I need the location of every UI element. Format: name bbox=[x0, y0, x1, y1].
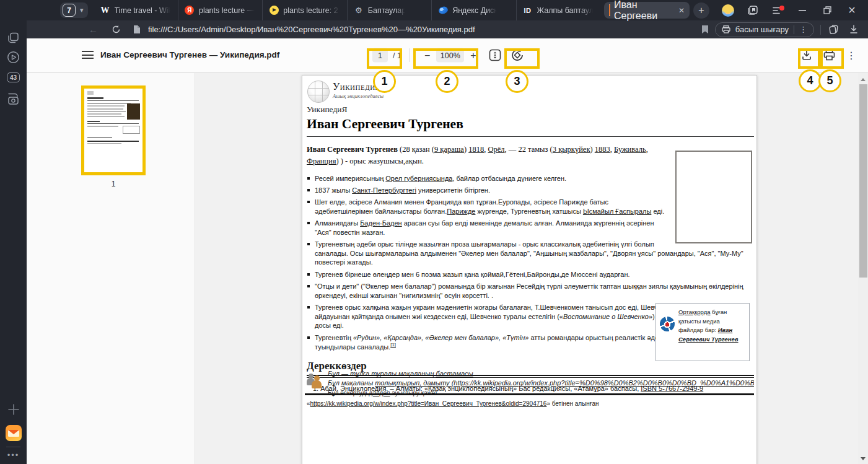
new-tab-button[interactable]: + bbox=[693, 2, 709, 19]
thumbnail-page-number[interactable]: 1 bbox=[81, 180, 146, 188]
profile-avatar[interactable] bbox=[716, 2, 740, 19]
tab-settings[interactable]: ⚙ Баптаулар bbox=[347, 0, 431, 20]
panels-button[interactable] bbox=[740, 2, 765, 19]
tab-count-sidebar-button[interactable]: 43 bbox=[0, 72, 27, 82]
commons-text: Ортаққорда бұған қатысты медиа файлдар б… bbox=[678, 308, 745, 357]
print-options-kebab-icon[interactable]: ⋮ bbox=[799, 25, 807, 34]
tab-label: plants lecture: 2 ть bbox=[283, 6, 340, 15]
list-item: Шет елде, әсіресе Алмания менен Францияд… bbox=[307, 198, 754, 216]
chevron-down-icon[interactable]: ▾ bbox=[78, 6, 85, 14]
pdf-file-icon bbox=[609, 5, 610, 16]
back-button[interactable]: ← bbox=[89, 24, 98, 35]
tab-label: Иван Сергееви bbox=[614, 0, 676, 22]
print-button[interactable]: басып шығару ⋮ bbox=[715, 22, 814, 37]
bookmark-button[interactable] bbox=[701, 25, 709, 34]
scrollbar-thumb[interactable] bbox=[859, 84, 867, 278]
annotation-number-5: 5 bbox=[818, 69, 841, 92]
tab-count-badge: 7 bbox=[63, 4, 76, 17]
site-name: УикипедиЯ bbox=[307, 105, 348, 115]
wikipedia-globe-logo bbox=[307, 81, 330, 103]
page-thumbnail[interactable] bbox=[81, 85, 146, 175]
print-label: басып шығару bbox=[735, 25, 789, 34]
tab-label: Time travel - Wikip bbox=[115, 6, 172, 15]
download-icon bbox=[849, 25, 858, 34]
logo-subtitle: Ашық энциклопедиясы bbox=[333, 93, 384, 99]
annotation-box-5 bbox=[820, 48, 844, 69]
stub-line: Бұл мақаланы толықтырып, дамыту (https:/… bbox=[328, 379, 754, 388]
divider bbox=[409, 48, 410, 62]
play-icon bbox=[269, 6, 279, 15]
tab-yandex-disk[interactable]: Яндекс Диск bbox=[431, 0, 515, 20]
tab-yandex-search[interactable]: Я plants lecture — Я bbox=[178, 0, 262, 20]
document-icon bbox=[133, 25, 141, 34]
close-tab-icon[interactable]: ✕ bbox=[678, 6, 685, 15]
restore-icon bbox=[823, 6, 831, 14]
annotation-number-3: 3 bbox=[506, 70, 528, 93]
tabs-panel-button[interactable] bbox=[0, 32, 27, 44]
minimize-button[interactable] bbox=[790, 2, 815, 19]
gear-icon: ⚙ bbox=[354, 6, 364, 15]
yandex-mail-button[interactable] bbox=[0, 425, 27, 441]
pdf-content-area: 1 УикипедиЯ Ашық энциклопедиясы Уикипеди… bbox=[27, 73, 868, 464]
list-item: Тургеневтың әдеби орыс тілінде жазылған … bbox=[307, 240, 754, 267]
pdf-canvas: УикипедиЯ Ашық энциклопедиясы УикипедиЯ … bbox=[195, 73, 858, 464]
printer-icon bbox=[722, 25, 730, 33]
fit-page-button[interactable] bbox=[488, 48, 502, 62]
tab-active-pdf[interactable]: Иван Сергееви ✕ bbox=[604, 2, 690, 19]
list-item: 1837 жылы Санкт-Петербургтегі университе… bbox=[307, 186, 754, 195]
reload-button[interactable] bbox=[112, 25, 121, 34]
add-panel-button[interactable] bbox=[0, 403, 27, 416]
media-panel-button[interactable] bbox=[0, 51, 27, 64]
pdf-more-button[interactable]: ⋮ bbox=[846, 50, 856, 61]
id-icon: ID bbox=[523, 6, 533, 15]
downloads-button[interactable] bbox=[849, 25, 858, 34]
url-text[interactable]: file:///C:/Users/Admin/Desktop/Иван%20Се… bbox=[148, 25, 701, 34]
list-item: Ресей империясының Орел губерниясында, б… bbox=[307, 174, 754, 183]
pdf-document-title: Иван Сергеевич Тургенев — Уикипедия.pdf bbox=[100, 50, 279, 59]
scroll-down-arrow[interactable] bbox=[861, 457, 866, 460]
stub-line: Бұл — тұлға туралы мақаланың бастамасы. bbox=[328, 369, 754, 379]
collections-button[interactable] bbox=[828, 25, 840, 35]
tab-label: plants lecture — Я bbox=[199, 6, 256, 15]
tab-count-badge: 43 bbox=[7, 72, 19, 82]
list-item: Алманиядағы Баден-Баден арасан суы бар е… bbox=[307, 219, 754, 237]
page-file-icon[interactable] bbox=[133, 25, 141, 34]
notifications-button[interactable] bbox=[765, 2, 790, 19]
divider bbox=[6, 447, 20, 447]
avatar bbox=[722, 4, 734, 17]
more-dots-icon: ••• bbox=[7, 450, 20, 460]
address-bar: ← file:///C:/Users/Admin/Desktop/Иван%20… bbox=[27, 20, 868, 38]
annotation-number-1: 1 bbox=[373, 70, 396, 93]
tab-counter[interactable]: 7 ▾ bbox=[60, 2, 88, 18]
annotation-box-1 bbox=[367, 48, 402, 69]
bookmark-icon bbox=[701, 25, 709, 34]
notification-dot bbox=[779, 6, 784, 11]
restore-button[interactable] bbox=[815, 2, 840, 19]
commons-box: Ортаққорда бұған қатысты медиа файлдар б… bbox=[655, 303, 750, 361]
tab-yandex-id[interactable]: ID Жалпы баптаулар bbox=[516, 0, 600, 20]
play-circle-icon bbox=[7, 51, 20, 64]
list-item: "Отцы и дети" ("Әкелер мен балалар") ром… bbox=[307, 282, 754, 300]
window-controls: ✕ bbox=[716, 2, 864, 19]
tab-label: Яндекс Диск bbox=[452, 6, 498, 15]
screenshot-button[interactable] bbox=[0, 93, 27, 105]
scrollbar[interactable] bbox=[858, 73, 868, 464]
tab-label: Баптаулар bbox=[368, 6, 406, 15]
yandex-disk-icon bbox=[438, 6, 448, 15]
menu-button[interactable] bbox=[82, 51, 94, 59]
wikipedia-icon: W bbox=[100, 6, 110, 15]
sidebar-more-button[interactable]: ••• bbox=[0, 450, 27, 460]
annotation-box-4 bbox=[798, 48, 820, 69]
wikimedia-commons-icon bbox=[660, 317, 675, 331]
tab-video[interactable]: plants lecture: 2 ть bbox=[262, 0, 346, 20]
close-window-button[interactable]: ✕ bbox=[840, 2, 864, 19]
annotation-box-2 bbox=[413, 48, 478, 69]
divider bbox=[820, 25, 821, 35]
scroll-up-arrow[interactable] bbox=[861, 78, 866, 81]
thumbnail-panel: 1 bbox=[27, 73, 195, 464]
annotation-box-3 bbox=[504, 48, 540, 69]
mail-app-icon bbox=[6, 425, 22, 441]
list-item: Тургенев бірнеше өлеңдер мен 6 поэма жаз… bbox=[307, 270, 754, 279]
tab-wikipedia[interactable]: W Time travel - Wikip bbox=[94, 0, 178, 20]
screenshot-camera-icon bbox=[7, 93, 20, 105]
